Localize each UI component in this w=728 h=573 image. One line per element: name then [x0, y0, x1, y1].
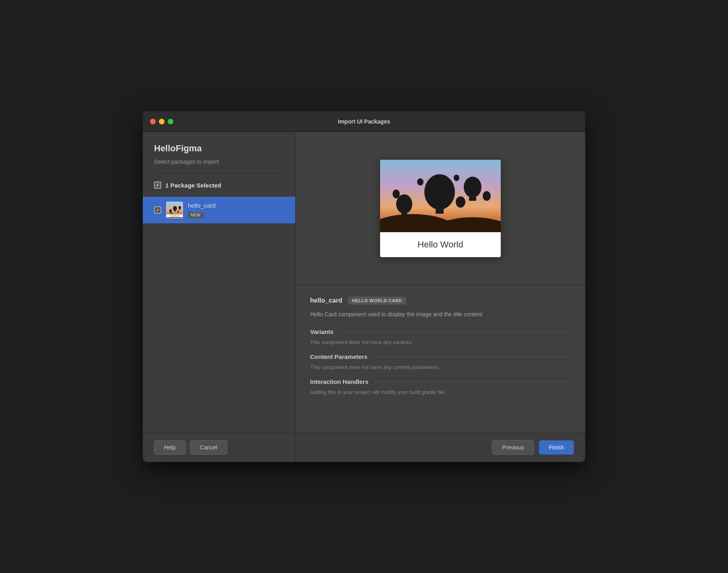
left-header: HelloFigma Select packages to import [143, 132, 295, 173]
package-list: Hello World hello_card NEW [143, 197, 295, 433]
info-panel: hello_card HELLO WORLD CARD Hello Card c… [296, 285, 585, 433]
card-preview: Hello World [380, 160, 501, 257]
help-button[interactable]: Help [154, 440, 186, 455]
svg-point-21 [456, 196, 465, 208]
svg-point-7 [177, 211, 179, 213]
variants-title: Variants [310, 328, 333, 335]
component-name: hello_card [310, 297, 342, 304]
package-info: hello_card NEW [188, 202, 284, 218]
component-tag: HELLO WORLD CARD [348, 297, 406, 305]
interaction-section-header: Interaction Handlers [310, 378, 571, 385]
package-name: hello_card [188, 202, 284, 209]
variants-divider [339, 332, 571, 332]
titlebar: Import UI Packages [143, 111, 585, 132]
package-item[interactable]: Hello World hello_card NEW [143, 197, 295, 223]
interaction-divider [374, 381, 571, 382]
svg-point-17 [396, 194, 412, 214]
svg-point-8 [172, 212, 173, 214]
interaction-title: Interaction Handlers [310, 378, 368, 385]
thumbnail-image: Hello World [167, 202, 183, 218]
svg-rect-6 [179, 209, 181, 210]
svg-point-24 [417, 178, 424, 186]
sky-background [380, 160, 501, 232]
package-thumbnail: Hello World [166, 202, 183, 218]
svg-point-5 [179, 206, 181, 209]
finish-button[interactable]: Finish [539, 440, 574, 455]
package-selected-row: 1 Package Selected [143, 173, 295, 197]
variants-text: This component does not have any variant… [310, 339, 571, 345]
variants-section-header: Variants [310, 328, 571, 335]
cancel-button[interactable]: Cancel [190, 440, 228, 455]
left-panel: HelloFigma Select packages to import 1 P… [143, 132, 296, 462]
svg-point-13 [424, 174, 455, 210]
preview-area: Hello World [296, 132, 585, 285]
traffic-lights [150, 119, 173, 124]
select-all-checkbox[interactable] [154, 181, 161, 189]
svg-rect-18 [401, 213, 407, 216]
left-footer: Help Cancel [143, 433, 295, 462]
project-title: HelloFigma [154, 143, 284, 154]
dialog-footer: Previous Finish [296, 433, 585, 462]
balloon-scene-svg [380, 160, 501, 232]
subtitle: Select packages to import [154, 159, 284, 165]
content-params-divider [373, 357, 571, 357]
content-params-title: Content Parameters [310, 353, 368, 360]
svg-rect-20 [469, 197, 476, 201]
card-title: Hello World [380, 232, 501, 257]
package-checkbox[interactable] [154, 206, 161, 214]
package-selected-label: 1 Package Selected [165, 182, 221, 189]
window-title: Import UI Packages [338, 118, 390, 125]
minimize-button[interactable] [159, 119, 165, 124]
content-params-text: This component does not have any content… [310, 364, 571, 370]
main-layout: HelloFigma Select packages to import 1 P… [143, 132, 585, 462]
component-description: Hello Card component used to display the… [310, 310, 571, 319]
svg-point-1 [173, 206, 177, 211]
close-button[interactable] [150, 119, 156, 124]
card-image [380, 160, 501, 232]
svg-point-3 [169, 209, 172, 212]
info-header: hello_card HELLO WORLD CARD [310, 297, 571, 305]
content-params-section-header: Content Parameters [310, 353, 571, 360]
svg-point-25 [454, 175, 459, 181]
right-panel: Hello World hello_card HELLO WORLD CARD … [296, 132, 585, 462]
maximize-button[interactable] [168, 119, 173, 124]
svg-point-23 [393, 190, 400, 198]
interaction-text: Adding this to your project will modify … [310, 389, 571, 395]
svg-point-22 [483, 191, 491, 201]
svg-rect-4 [170, 212, 171, 213]
svg-point-19 [464, 177, 481, 198]
svg-rect-2 [175, 211, 176, 212]
dialog-window: Import UI Packages HelloFigma Select pac… [143, 111, 585, 462]
previous-button[interactable]: Previous [492, 440, 534, 455]
package-badge: NEW [188, 212, 204, 218]
